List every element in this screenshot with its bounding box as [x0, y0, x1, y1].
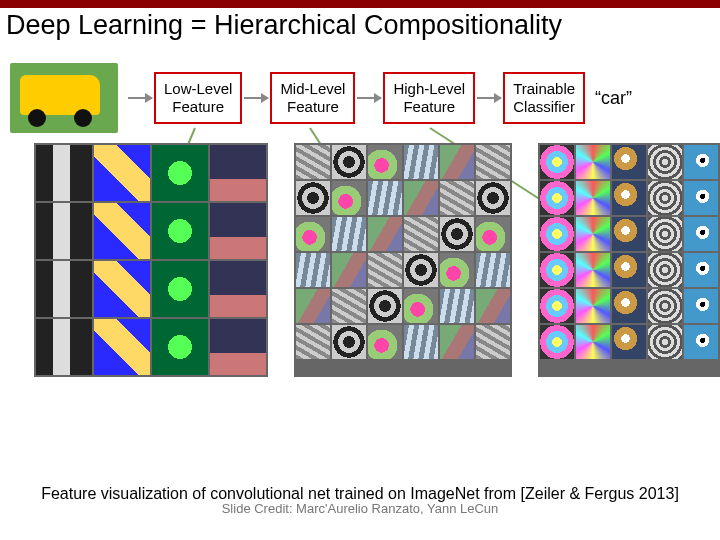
feature-patch — [612, 289, 646, 323]
feature-patch — [440, 289, 474, 323]
feature-patch — [152, 319, 208, 375]
feature-patch — [368, 289, 402, 323]
feature-patch — [332, 181, 366, 215]
feature-patch — [684, 325, 718, 359]
arrow-icon — [128, 97, 152, 99]
stage-label-line2: Feature — [393, 98, 465, 116]
feature-patch — [540, 145, 574, 179]
arrow-icon — [477, 97, 501, 99]
feature-patch — [476, 145, 510, 179]
stage-mid-level: Mid-Level Feature — [270, 72, 355, 124]
feature-patch — [404, 289, 438, 323]
feature-patch — [684, 181, 718, 215]
feature-patch — [476, 217, 510, 251]
feature-patch — [576, 181, 610, 215]
stage-label-line1: Low-Level — [164, 80, 232, 98]
feature-patch — [684, 217, 718, 251]
feature-patch — [540, 289, 574, 323]
feature-patch — [440, 217, 474, 251]
feature-patch — [540, 253, 574, 287]
slide-title: Deep Learning = Hierarchical Composition… — [0, 8, 720, 49]
feature-patch — [576, 325, 610, 359]
stage-label-line1: Mid-Level — [280, 80, 345, 98]
low-level-feature-grid — [34, 143, 268, 377]
feature-patch — [210, 261, 266, 317]
feature-patch — [332, 289, 366, 323]
feature-patch — [404, 253, 438, 287]
feature-patch — [296, 217, 330, 251]
feature-patch — [576, 145, 610, 179]
feature-patch — [296, 253, 330, 287]
feature-patch — [648, 253, 682, 287]
feature-patch — [648, 289, 682, 323]
feature-grids — [0, 133, 720, 377]
feature-patch — [36, 203, 92, 259]
feature-patch — [332, 253, 366, 287]
stage-label-line2: Classifier — [513, 98, 575, 116]
feature-patch — [684, 289, 718, 323]
arrow-icon — [244, 97, 268, 99]
feature-patch — [210, 203, 266, 259]
feature-patch — [612, 217, 646, 251]
feature-patch — [648, 325, 682, 359]
feature-patch — [476, 253, 510, 287]
feature-patch — [94, 145, 150, 201]
feature-patch — [648, 145, 682, 179]
feature-patch — [210, 319, 266, 375]
caption-credit: Slide Credit: Marc'Aurelio Ranzato, Yann… — [0, 501, 720, 516]
feature-patch — [152, 261, 208, 317]
feature-patch — [648, 181, 682, 215]
feature-patch — [440, 145, 474, 179]
feature-patch — [404, 217, 438, 251]
feature-patch — [296, 325, 330, 359]
stage-classifier: Trainable Classifier — [503, 72, 585, 124]
input-image-car — [10, 63, 118, 133]
feature-patch — [576, 253, 610, 287]
feature-patch — [36, 319, 92, 375]
caption: Feature visualization of convolutional n… — [0, 485, 720, 516]
feature-patch — [332, 325, 366, 359]
stage-label-line1: Trainable — [513, 80, 575, 98]
feature-patch — [94, 319, 150, 375]
feature-patch — [648, 217, 682, 251]
feature-patch — [296, 181, 330, 215]
feature-patch — [368, 325, 402, 359]
feature-patch — [612, 181, 646, 215]
output-label: “car” — [595, 88, 632, 109]
feature-patch — [36, 261, 92, 317]
feature-patch — [368, 217, 402, 251]
feature-patch — [152, 145, 208, 201]
feature-patch — [540, 217, 574, 251]
accent-bar — [0, 0, 720, 8]
feature-patch — [36, 145, 92, 201]
pipeline-row: Low-Level Feature Mid-Level Feature High… — [0, 49, 720, 133]
feature-patch — [368, 253, 402, 287]
feature-patch — [152, 203, 208, 259]
feature-patch — [210, 145, 266, 201]
high-level-feature-grid — [538, 143, 720, 377]
stage-label-line1: High-Level — [393, 80, 465, 98]
feature-patch — [576, 289, 610, 323]
feature-patch — [540, 181, 574, 215]
stage-low-level: Low-Level Feature — [154, 72, 242, 124]
feature-patch — [296, 289, 330, 323]
feature-patch — [476, 181, 510, 215]
feature-patch — [296, 145, 330, 179]
mid-level-feature-grid — [294, 143, 512, 377]
feature-patch — [332, 217, 366, 251]
feature-patch — [404, 181, 438, 215]
stage-high-level: High-Level Feature — [383, 72, 475, 124]
stage-label-line2: Feature — [164, 98, 232, 116]
feature-patch — [332, 145, 366, 179]
stage-label-line2: Feature — [280, 98, 345, 116]
feature-patch — [476, 289, 510, 323]
feature-patch — [440, 253, 474, 287]
feature-patch — [612, 145, 646, 179]
feature-patch — [576, 217, 610, 251]
feature-patch — [368, 181, 402, 215]
feature-patch — [476, 325, 510, 359]
feature-patch — [540, 325, 574, 359]
feature-patch — [368, 145, 402, 179]
feature-patch — [684, 253, 718, 287]
feature-patch — [440, 325, 474, 359]
